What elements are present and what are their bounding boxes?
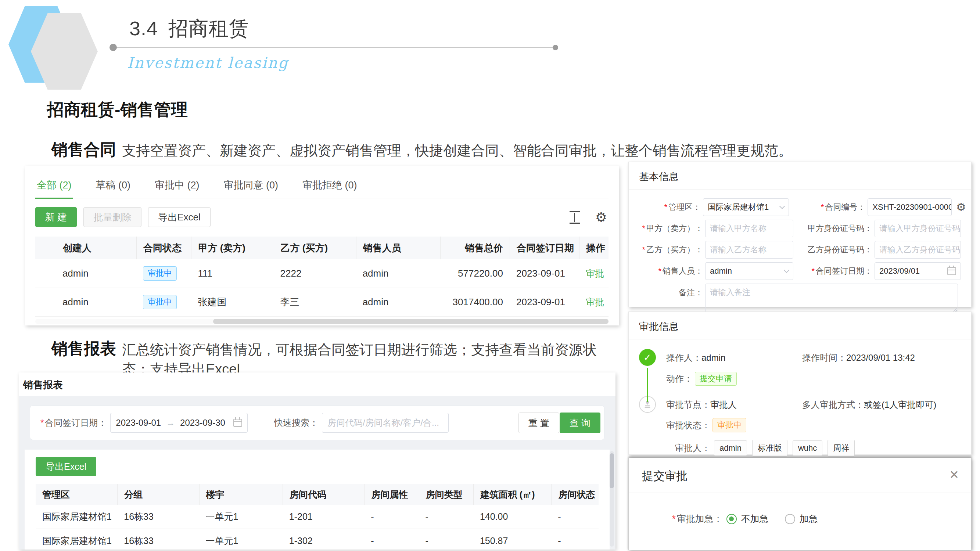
page-heading: 招商租赁-销售管理 [47,98,188,121]
cell: 1-302 [283,529,364,549]
approve-link[interactable]: 审批 [586,296,604,308]
sign-date-cell: 2023-09-01 [510,259,579,287]
date-range-picker[interactable]: 2023-09-01 → 2023-09-30 [110,413,248,433]
contract-table: 创建人 合同状态 甲方 (卖方) 乙方 (买方) 销售人员 销售总价 合同签订日… [35,237,608,317]
column-header: 甲方 (卖方) [191,237,274,259]
horizontal-scrollbar[interactable] [35,319,608,324]
contract-no-input[interactable]: XSHT-20230901-00000002 [867,198,952,216]
submit-approval-dialog: 提交审批 × *审批加急： 不加急 加急 [628,458,972,550]
contract-table-header: 创建人 合同状态 甲方 (卖方) 乙方 (买方) 销售人员 销售总价 合同签订日… [35,237,608,259]
table-row[interactable]: admin 审批中 张建国 李三 admin 3017400.00 2023-0… [35,288,608,317]
table-row[interactable]: 国际家居建材馆1 16栋33 一单元1 1-201 - - 140.00 - [36,505,598,529]
management-area-label: *管理区： [630,202,701,213]
column-header: 合同签订日期 [510,237,579,259]
party-a-cell: 张建国 [191,288,274,316]
cell: - [364,505,418,529]
report-export-excel-button[interactable]: 导出Excel [36,457,96,476]
sign-date-picker[interactable]: 2023/09/01 [875,262,961,280]
remark-textarea[interactable]: 请输入备注 [705,284,958,314]
gear-icon[interactable]: ⚙ [595,211,607,224]
salesperson-select[interactable]: admin [705,262,793,280]
close-icon[interactable]: × [950,467,959,482]
contract-no-label: *合同编号： [789,202,866,213]
approval-info-title: 审批信息 [629,312,971,339]
radio-unselected-icon[interactable] [785,514,795,524]
tab-rejected[interactable]: 审批拒绝 (0) [301,176,359,198]
reset-button[interactable]: 重 置 [519,413,559,433]
row-select-cell [35,259,56,287]
approval-step-2: 审批节点：审批人 多人审批方式：或签(1人审批即可) 审批状态： 审批中 审批人… [639,396,961,456]
sales-report-panel: 销售报表 *合同签订日期： 2023-09-01 → 2023-09-30 快速… [19,373,616,549]
action-cell: 审批 [579,259,608,287]
tab-approving[interactable]: 审批中 (2) [153,176,201,198]
row-height-icon[interactable] [570,211,580,224]
contract-no-settings-icon[interactable]: ⚙ [956,202,966,213]
column-header: 建筑面积 (㎡) [473,484,551,505]
quick-search-label: 快速搜索： [274,417,318,429]
radio-selected-icon[interactable] [727,514,737,524]
column-header: 管理区 [36,484,117,505]
query-button[interactable]: 查 询 [560,413,600,433]
cell: 1-201 [283,505,364,529]
create-button[interactable]: 新 建 [35,207,77,227]
radio-option-not-urgent[interactable]: 不加急 [727,513,769,525]
scrollbar-thumb[interactable] [609,453,614,488]
radio-label: 加急 [800,513,818,525]
chevron-down-icon [779,203,785,209]
party-b-input[interactable]: 请输入乙方名称 [705,241,793,259]
scrollbar-thumb[interactable] [213,319,608,324]
column-header: 创建人 [56,237,136,259]
header-divider-line [117,47,555,48]
status-cell: 审批中 [136,288,191,316]
urgent-label: *审批加急： [672,513,723,525]
party-b-id-input[interactable]: 请输入乙方身份证号码 [875,241,961,259]
cell: 150.87 [473,529,551,549]
column-header: 操作 [579,237,608,259]
batch-delete-button[interactable]: 批量删除 [83,207,142,227]
salesperson-label: *销售人员： [630,265,703,276]
contract-intro-desc: 支持空置资产、新建资产、虚拟资产销售管理，快捷创建合同、智能合同审批，让整个销售… [122,141,850,160]
multi-approval-mode-value: 或签(1人审批即可) [864,400,936,410]
table-row[interactable]: 国际家居建材馆1 16栋33 一单元1 1-302 - - 150.87 - [36,529,598,549]
column-header: 房间属性 [364,484,418,505]
contract-list-panel: 全部 (2) 草稿 (0) 审批中 (2) 审批同意 (0) 审批拒绝 (0) … [25,166,619,326]
remark-label: 备注： [630,287,703,298]
section-title: 3.4招商租赁 [129,16,249,42]
column-header: 销售总价 [440,237,510,259]
report-table-card: 导出Excel 管理区 分组 楼宇 房间代码 房间属性 房间类型 建筑面积 (㎡… [25,449,609,549]
party-b-cell: 2222 [274,259,356,287]
report-filter-bar: *合同签订日期： 2023-09-01 → 2023-09-30 快速搜索： 房… [30,405,605,440]
approver-tag: 周祥 [827,440,855,457]
management-area-select[interactable]: 国际家居建材馆1 [703,198,789,216]
vertical-scrollbar[interactable] [609,451,614,546]
approver-tag: wuhc [792,440,822,456]
date-end[interactable]: 2023-09-30 [180,418,225,428]
creator-cell: admin [56,259,136,287]
report-panel-title: 销售报表 [19,373,616,397]
party-a-id-input[interactable]: 请输入甲方身份证号码 [875,220,961,237]
section-subtitle: Investment leasing [127,54,289,71]
tab-all[interactable]: 全部 (2) [35,176,73,199]
cell: - [551,505,598,529]
cell: 一单元1 [199,505,283,529]
tab-draft[interactable]: 草稿 (0) [94,176,132,198]
radio-option-urgent[interactable]: 加急 [785,513,818,525]
party-a-input[interactable]: 请输入甲方名称 [705,220,793,237]
approver-tag: 标准版 [752,440,788,457]
export-excel-button[interactable]: 导出Excel [148,207,210,227]
cell: - [419,505,473,529]
sign-date-cell: 2023-09-01 [510,288,579,316]
operator-label: 操作人： [666,353,702,362]
date-range-arrow-icon: → [166,418,175,428]
cell: 一单元1 [199,529,283,549]
column-header: 乙方 (买方) [274,237,356,259]
table-row[interactable]: admin 审批中 111 2222 admin 577220.00 2023-… [35,259,608,288]
tab-approved[interactable]: 审批同意 (0) [222,176,280,198]
party-b-cell: 李三 [274,288,356,316]
party-a-cell: 111 [191,259,274,287]
sign-date-filter-label: *合同签订日期： [40,417,107,429]
quick-search-input[interactable]: 房间代码/房间名称/客户/合... [322,413,449,433]
date-start[interactable]: 2023-09-01 [116,418,161,428]
cell: - [551,529,598,549]
approve-link[interactable]: 审批 [586,267,604,279]
